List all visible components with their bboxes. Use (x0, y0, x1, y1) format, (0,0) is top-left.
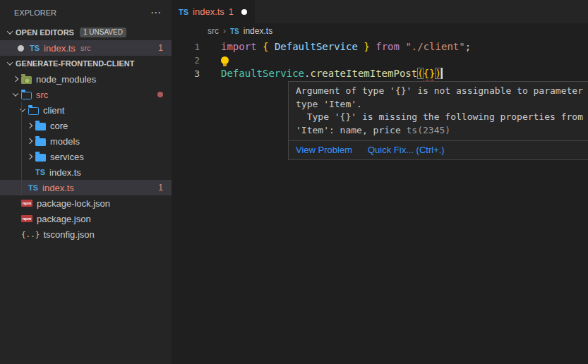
npm-icon: npm (21, 200, 32, 207)
unsaved-dot-icon[interactable] (241, 9, 247, 15)
twistie[interactable] (4, 30, 16, 35)
view-problem-link[interactable]: View Problem (296, 145, 352, 155)
tree-item-label: package-lock.json (37, 198, 110, 209)
error-message: Argument of type '{}' is not assignable … (289, 82, 588, 140)
line-number: 2 (172, 54, 200, 67)
unsaved-badge: 1 UNSAVED (80, 28, 126, 37)
code-token (268, 41, 274, 52)
error-hover-tooltip: Argument of type '{}' is not assignable … (288, 81, 588, 160)
tree-item-models[interactable]: models (0, 133, 172, 149)
tree-item-package.json[interactable]: npmpackage.json (0, 211, 172, 226)
chevron-down-icon (7, 59, 13, 65)
modified-dot-icon[interactable] (18, 45, 24, 51)
ts-icon: TS (35, 168, 45, 176)
tab-index-ts[interactable]: TS index.ts 1 (172, 0, 255, 23)
code-token (370, 41, 376, 52)
code-token: } (364, 41, 369, 52)
chevron-down-icon (20, 106, 25, 111)
open-editor-item-index-ts[interactable]: TS index.ts src 1 (0, 40, 172, 56)
lightbulb-icon[interactable] (221, 56, 229, 64)
quick-fix-link[interactable]: Quick Fix... (Ctrl+.) (368, 145, 445, 155)
braces-icon: {..} (21, 230, 40, 239)
tree-item-label: src (36, 90, 48, 100)
open-editors-label: OPEN EDITORS (16, 28, 74, 37)
error-code: ts(2345) (407, 125, 451, 135)
twistie[interactable] (24, 154, 35, 159)
tree-item-services[interactable]: services (0, 149, 172, 164)
twistie[interactable] (10, 77, 21, 81)
npm-icon: npm (21, 215, 32, 222)
tree-item-label: index.ts (42, 183, 74, 193)
npm-folder-icon (21, 76, 32, 84)
tree-item-label: core (50, 121, 68, 131)
chevron-right-icon (13, 76, 18, 82)
error-text: 'Item': name, price (296, 125, 407, 135)
tree-item-index.ts[interactable]: TSindex.ts1 (0, 180, 172, 195)
more-actions-icon[interactable]: ⋯ (150, 9, 162, 16)
error-dot-badge (157, 92, 163, 97)
folder-icon (35, 154, 46, 162)
error-message-line: type 'Item'. (296, 98, 588, 111)
code-line-content: DefaultService.createItemItemPost({}) (200, 67, 443, 80)
tree-item-index.ts[interactable]: TSindex.ts (0, 164, 172, 180)
tree-item-label: node_modules (36, 74, 96, 85)
open-editors-header[interactable]: OPEN EDITORS 1 UNSAVED (0, 25, 172, 40)
folder-open-icon (28, 107, 39, 115)
hover-actions: View ProblemQuick Fix... (Ctrl+.) (289, 140, 588, 159)
twistie[interactable] (4, 61, 16, 66)
tree-item-label: tsconfig.json (44, 229, 95, 240)
code-token: "./client" (405, 41, 464, 52)
tree-item-package-lock.json[interactable]: npmpackage-lock.json (0, 195, 172, 211)
twistie[interactable] (24, 123, 35, 128)
tree-item-label: services (50, 152, 84, 162)
open-editor-file-description: src (80, 44, 91, 52)
breadcrumb-file[interactable]: index.ts (244, 26, 272, 36)
breadcrumb-separator-icon: › (223, 26, 226, 36)
tree-item-node_modules[interactable]: node_modules (0, 71, 172, 87)
code-token: ( (417, 68, 423, 79)
tree-item-label: package.json (37, 214, 91, 224)
explorer-sidebar: EXPLORER ⋯ OPEN EDITORS 1 UNSAVED TS ind… (0, 0, 172, 364)
ts-icon: TS (28, 183, 38, 192)
chevron-down-icon (7, 28, 13, 34)
twistie[interactable] (17, 108, 28, 112)
error-message-line: 'Item': name, price ts(2345) (296, 124, 588, 138)
error-text: type 'Item'. (296, 99, 362, 109)
explorer-title: EXPLORER (14, 8, 56, 17)
typescript-icon: TS (230, 28, 239, 35)
code-line: 1import { DefaultService } from "./clien… (172, 40, 588, 54)
tree-item-client[interactable]: client (0, 102, 172, 118)
code-token: ) (435, 68, 440, 79)
tree-item-tsconfig.json[interactable]: {..}tsconfig.json (0, 226, 172, 242)
twistie[interactable] (24, 139, 35, 143)
error-text: Argument of type '{}' is not assignable … (296, 85, 588, 96)
tree-item-core[interactable]: core (0, 118, 172, 133)
chevron-right-icon (27, 138, 32, 144)
workspace-name-label: GENERATE-FRONTEND-CLIENT (16, 59, 134, 68)
error-count-badge: 1 (158, 183, 163, 193)
code-token: ; (465, 41, 471, 52)
code-token: DefaultService (275, 41, 358, 52)
typescript-icon: TS (179, 8, 188, 16)
code-token: createItemItemPost (310, 68, 417, 79)
code-editor[interactable]: 1import { DefaultService } from "./clien… (172, 40, 588, 80)
tree-item-src[interactable]: src (0, 87, 172, 102)
breadcrumb-folder[interactable]: src (208, 26, 219, 36)
code-token: import (221, 41, 257, 52)
tab-error-count: 1 (229, 7, 234, 17)
workspace-section-header[interactable]: GENERATE-FRONTEND-CLIENT (0, 56, 172, 71)
editor-group: TS index.ts 1 src › TS index.ts 1import … (172, 0, 588, 364)
chevron-right-icon (27, 154, 32, 159)
error-text: Type '{}' is missing the following prope… (296, 111, 583, 122)
twistie[interactable] (10, 92, 21, 97)
code-line: 2 (172, 54, 588, 67)
tree-item-label: models (50, 136, 80, 147)
code-token: DefaultService (221, 68, 304, 79)
tab-file-label: index.ts (193, 6, 224, 17)
line-number: 1 (172, 40, 200, 54)
folder-open-icon (21, 92, 32, 99)
line-number: 3 (172, 67, 200, 80)
text-cursor (441, 68, 443, 79)
tab-bar: TS index.ts 1 (172, 0, 588, 23)
chevron-right-icon (27, 123, 32, 128)
